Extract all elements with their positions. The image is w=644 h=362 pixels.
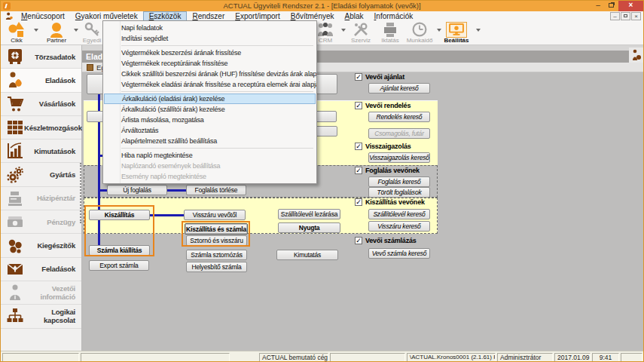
window-title: ACTUAL Ügyviteli Rendszer 2.1 - [Eladási… [1,2,643,10]
kiszallitas-es-szamla-button[interactable]: Kiszállítás és számla [185,223,248,235]
szamla-kiallitas-button[interactable]: Számla kiállítás [89,245,150,256]
app-window: ACTUAL Ügyviteli Rendszer 2.1 - [Eladási… [0,0,644,362]
torolt-foglalasok-button[interactable]: Törölt foglalások [368,187,430,198]
toolbar-iktatas-button[interactable]: Iktatás [377,22,404,44]
ajanlat-kereso-button[interactable]: Ajánlat kereső [368,83,430,94]
toolbar-cikk-button[interactable]: Cikk [1,22,32,44]
section-label: Visszaigazolás [365,143,411,150]
menu-item-arvaltoztatas[interactable]: Árváltoztatás [103,125,316,136]
vevoi-ajanlat-checkbox[interactable]: ✓ [355,73,362,81]
sidebar-item-vezetoi-informacio[interactable]: Vezetői információ [1,281,81,305]
nyugta-button[interactable]: Nyugta [278,222,340,233]
menu-item-arlista-masolasa[interactable]: Árlista másolása, mozgatása [103,115,316,125]
mdi-close-button[interactable]: × [631,12,641,20]
content-header-iconbox [629,48,644,63]
section-label: Vevői számlázás [365,237,417,244]
sidebar-item-logikai-kapcsolat[interactable]: Logikai kapcsolat [1,305,81,328]
sidebar-item-feladasok[interactable]: Feladások [1,258,81,281]
toolbar-szerviz-button[interactable]: Szerviz [346,22,376,44]
user-icon [5,12,13,20]
kiszallitas-vevonek-checkbox[interactable]: ✓ [355,198,362,206]
menu-item-inditasi-segedlet[interactable]: Indítási segédlet [103,33,316,44]
menu-item-napi-feladatok[interactable]: Napi feladatok [103,23,316,33]
cart-icon [6,95,24,113]
sidebar-label: Vezetői információ [24,284,81,301]
menu-item-vegtermekek-recepturainak[interactable]: Végtermékek receptúráinak frissítése [103,58,316,69]
vevoi-rendeles-checkbox[interactable]: ✓ [355,102,362,109]
sidebar-item-penzugy[interactable]: Pénzügy [1,210,81,234]
sidebar-item-eladasok[interactable]: Eladások [1,69,81,92]
sidebar-label: Logikai kapcsolat [24,308,81,324]
menubar-item-menucsoport[interactable]: Menücsoport [16,11,70,21]
kimutatas-button[interactable]: Kimutatás [276,250,338,260]
toolbar-iktatas-label: Iktatás [377,37,404,44]
toolbar-partner-button[interactable]: Partner [41,22,72,44]
sidebar-item-vasarlasok[interactable]: Vásárlások [1,93,81,116]
section-visszaigazolas: ✓ Visszaigazolás [355,143,411,150]
status-cell-empty [81,353,230,362]
cikk-shapes-icon [1,22,32,37]
sidebar-item-kimutatasok[interactable]: Kimutatások [1,140,81,163]
visszaigazolas-kereso-button[interactable]: Visszaigazolás kereső [368,152,430,163]
sidebar-item-keszletmozgasok[interactable]: Készletmozgások [1,116,81,140]
sidebar-item-torzsadatok[interactable]: Törzsadatok [1,45,81,69]
sidebar-item-gyartas[interactable]: Gyártás [1,163,81,186]
status-company: ACTUAL bemutató cég [259,353,328,362]
helyesbito-szamla-button[interactable]: Helyesbítő számla [186,262,247,272]
sidebar-label: Készletmozgások [24,124,88,132]
toolbar-munkaido-button[interactable]: Munkaidő [404,22,435,44]
close-button[interactable]: × [618,1,643,11]
cikk-dropdown-arrow[interactable] [34,29,38,32]
toolbar-munkaido-label: Munkaidő [404,37,435,44]
mdi-window-controls: – × [610,12,641,20]
rendeles-kereso-button[interactable]: Rendelés kereső [368,112,430,122]
menubar-item-ablak[interactable]: Ablak [340,11,369,21]
menubar-item-informaciok[interactable]: Információk [369,11,419,21]
export-szamla-button[interactable]: Export számla [89,260,149,271]
sztorno-es-visszaru-button[interactable]: Sztornó és visszáru [186,235,247,246]
status-time: 9:41 [592,353,619,362]
sidebar-label: Törzsadatok [24,53,81,61]
status-bar: ACTUAL bemutató cég \ACTUAL.Kronos0001 (… [1,351,643,362]
menu-item-alapertelmezett-szallito[interactable]: Alapértelmezett szállító beállítása [103,136,316,146]
sidebar-item-kiegeszitok[interactable]: Kiegészítők [1,234,81,257]
foglalas-vevonek-checkbox[interactable]: ✓ [355,167,362,174]
mdi-minimize-button[interactable]: – [610,12,620,20]
status-user: Adminisztrátor [497,353,553,362]
menu-item-hiba-naplo[interactable]: Hiba napló megtekintése [103,150,316,161]
toolbar-beallitas-label: Beállítás [441,37,472,44]
kiszallitas-button[interactable]: Kiszállítás [89,210,150,220]
visszaru-vevotol-button[interactable]: Visszáru vevőtől [184,210,246,220]
notebook-icon [87,64,93,71]
menu-item-vegtermekek-beszerzesi[interactable]: Végtermékek beszerzési árának frissítése [103,48,316,58]
mdi-restore-button[interactable] [621,12,630,20]
menu-item-esemeny-naplo[interactable]: Esemény napló megtekintése [103,171,316,182]
cash-register-icon [6,189,24,207]
sidebar-item-hazipenztar[interactable]: Házipénztár [1,187,81,210]
beallitas-dropdown-arrow[interactable] [476,29,481,32]
section-foglalas-vevonek: ✓ Foglalás vevőnek [355,167,420,174]
sidebar-label: Kiegészítők [24,241,81,250]
visszaigazolas-checkbox[interactable]: ✓ [355,143,362,150]
menu-item-arkalkulacio-eladasi[interactable]: Árkalkuláció (eladási árak) kezelése [104,94,316,104]
menu-item-naplozando-esemenyek[interactable]: Naplózandó események beállítása [103,161,316,171]
vevoi-szamlazas-checkbox[interactable]: ✓ [355,237,362,244]
szallitolevel-kereso-button[interactable]: Szállítólevél kereső [368,209,430,219]
visszaru-kereso-button[interactable]: Visszáru kereső [368,221,430,232]
foglalas-kereso-button[interactable]: Foglalás kereső [368,176,430,187]
menu-item-arkalkulacio-szallitoi[interactable]: Árkalkuláció (szállítói árak) kezelése [103,104,316,115]
status-cell-empty [2,353,79,362]
csomagolas-futar-button[interactable]: Csomagolás, futár [368,128,430,139]
foglalas-torlese-button[interactable]: Foglalás törlése [186,185,246,195]
uj-foglalas-button[interactable]: Új foglalás [107,185,167,195]
toolbar-egyedi-button[interactable]: Egyedi [78,22,105,44]
menu-item-vegtermekek-eladasi[interactable]: Végtermékek eladási árának frissítése a … [103,79,316,90]
vevo-szamla-kereso-button[interactable]: Vevő számla kereső [368,248,430,259]
menu-separator [121,91,313,92]
toolbar-beallitas-button[interactable]: Beállítás [441,22,472,44]
minimize-button[interactable]: – [593,1,603,11]
menu-item-cikkek-szallitoi[interactable]: Cikkek szállítói beszerzési árának (HUF)… [103,69,316,79]
restore-button[interactable] [606,1,617,11]
szamla-sztornozas-button[interactable]: Számla sztornózás [186,250,247,260]
szallitolevel-lezarasa-button[interactable]: Szállítólevél lezárása [278,209,340,219]
